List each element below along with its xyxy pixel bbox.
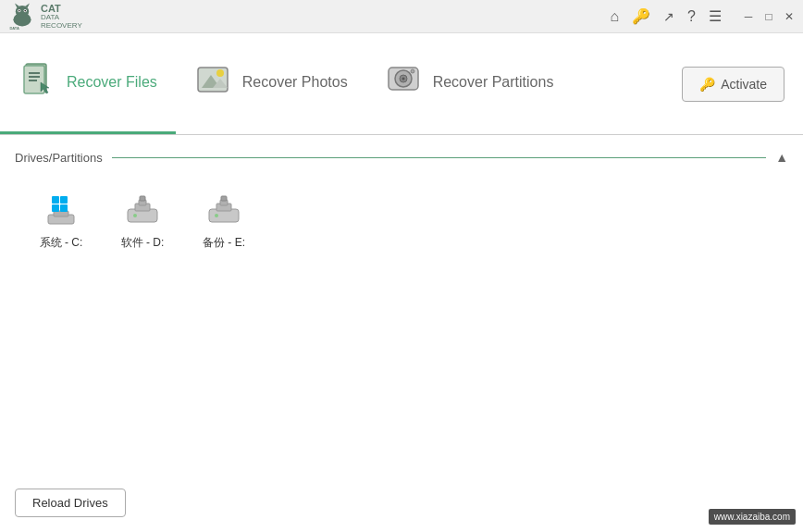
svg-rect-29	[60, 196, 68, 204]
reload-drives-button[interactable]: Reload Drives	[15, 489, 126, 517]
key-icon-activate: 🔑	[699, 77, 715, 92]
drives-section: Drives/Partitions ▲	[0, 135, 803, 273]
tab-recover-files-label: Recover Files	[67, 74, 157, 91]
svg-point-8	[24, 9, 26, 11]
tab-recover-files[interactable]: Recover Files	[0, 33, 176, 134]
svg-rect-31	[60, 204, 68, 212]
drive-e[interactable]: 备份 - E:	[187, 179, 261, 258]
svg-text:RECOVERY: RECOVERY	[9, 31, 31, 31]
maximize-button[interactable]: □	[762, 10, 775, 23]
section-title-row: Drives/Partitions	[15, 151, 766, 165]
app-name-recovery: RECOVERY	[41, 22, 82, 31]
svg-point-24	[402, 78, 404, 80]
tab-recover-partitions-label: Recover Partitions	[433, 74, 554, 91]
watermark: www.xiazaiba.com	[709, 509, 796, 525]
title-bar-right: ⌂ 🔑 ↗ ? ☰ ─ □ ✕	[610, 7, 796, 25]
title-bar-left: DATA RECOVERY CAT DATA RECOVERY	[7, 2, 82, 31]
drive-c-icon	[39, 187, 83, 231]
close-button[interactable]: ✕	[783, 10, 796, 23]
section-header: Drives/Partitions ▲	[15, 150, 788, 165]
svg-point-36	[133, 214, 137, 217]
svg-point-7	[19, 9, 20, 11]
tab-recover-partitions[interactable]: Recover Partitions	[366, 33, 573, 134]
svg-rect-28	[52, 196, 59, 204]
drives-section-title: Drives/Partitions	[15, 151, 112, 165]
svg-point-25	[411, 69, 414, 73]
photos-icon	[194, 60, 231, 105]
main-content: Recover Files Recover Photos	[0, 33, 803, 532]
minimize-button[interactable]: ─	[742, 10, 755, 23]
svg-rect-30	[52, 204, 59, 212]
tab-recover-photos[interactable]: Recover Photos	[176, 33, 366, 134]
title-bar: DATA RECOVERY CAT DATA RECOVERY ⌂ 🔑 ↗ ? …	[0, 0, 803, 33]
tab-recover-photos-label: Recover Photos	[242, 74, 348, 91]
drive-d[interactable]: 软件 - D:	[105, 179, 179, 258]
drive-c-label: 系统 - C:	[40, 235, 83, 251]
svg-rect-40	[221, 196, 227, 201]
svg-point-20	[216, 69, 224, 77]
section-divider	[112, 157, 767, 158]
arrow-icon[interactable]: ↗	[663, 9, 674, 24]
activate-button[interactable]: 🔑 Activate	[682, 67, 784, 102]
window-controls: ─ □ ✕	[742, 10, 796, 23]
menu-icon[interactable]: ☰	[709, 7, 722, 25]
files-icon	[19, 60, 56, 105]
drive-d-label: 软件 - D:	[121, 235, 165, 251]
drive-c[interactable]: 系统 - C:	[24, 179, 98, 258]
bottom-bar: Reload Drives	[15, 489, 126, 517]
svg-rect-35	[140, 196, 145, 201]
tab-bar: Recover Files Recover Photos	[0, 33, 803, 135]
drive-e-label: 备份 - E:	[203, 235, 245, 251]
drive-e-icon	[202, 187, 246, 231]
app-name-cat: CAT	[41, 3, 82, 14]
svg-point-41	[215, 214, 218, 217]
home-icon[interactable]: ⌂	[610, 8, 619, 25]
collapse-button[interactable]: ▲	[775, 150, 788, 165]
activate-button-label: Activate	[721, 77, 767, 92]
key-icon-titlebar[interactable]: 🔑	[632, 7, 650, 25]
help-icon[interactable]: ?	[687, 8, 696, 25]
drive-d-icon	[120, 187, 165, 231]
app-logo: DATA RECOVERY CAT DATA RECOVERY	[7, 2, 82, 31]
partitions-icon	[385, 60, 422, 105]
drives-grid: 系统 - C: 软件 - D:	[15, 176, 788, 266]
app-logo-icon: DATA RECOVERY	[7, 2, 37, 31]
